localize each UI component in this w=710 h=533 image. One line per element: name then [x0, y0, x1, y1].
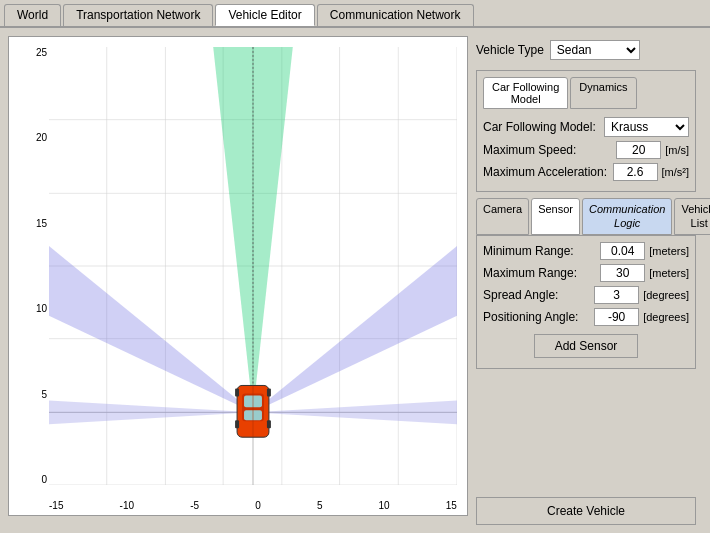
sub-tab-car-following[interactable]: Car FollowingModel: [483, 77, 568, 109]
sensor-tab-sensor[interactable]: Sensor: [531, 198, 580, 235]
svg-rect-29: [267, 420, 271, 428]
pos-angle-row: Positioning Angle: [degrees]: [483, 308, 689, 326]
spread-angle-input[interactable]: [594, 286, 639, 304]
max-speed-field-row: Maximum Speed: [m/s]: [483, 141, 689, 159]
max-accel-unit: [m/s²]: [662, 166, 690, 178]
max-accel-label: Maximum Acceleration:: [483, 165, 609, 179]
max-range-row: Maximum Range: [meters]: [483, 264, 689, 282]
min-range-label: Minimum Range:: [483, 244, 596, 258]
tab-bar: World Transportation Network Vehicle Edi…: [0, 0, 710, 28]
sensor-tab-vehicle-list[interactable]: VehicleList: [674, 198, 710, 235]
min-range-row: Minimum Range: [meters]: [483, 242, 689, 260]
sub-tab-dynamics[interactable]: Dynamics: [570, 77, 636, 109]
model-select[interactable]: Krauss IDM: [604, 117, 689, 137]
car-following-panel: Car FollowingModel Dynamics Car Followin…: [476, 70, 696, 192]
spread-angle-row: Spread Angle: [degrees]: [483, 286, 689, 304]
svg-rect-26: [235, 388, 239, 396]
right-panel: Vehicle Type Sedan SUV Truck Bus Car Fol…: [476, 36, 696, 525]
svg-rect-28: [235, 420, 239, 428]
pos-angle-unit: [degrees]: [643, 311, 689, 323]
y-axis-labels: 25 20 15 10 5 0: [11, 47, 47, 485]
vehicle-type-label: Vehicle Type: [476, 43, 544, 57]
plot-svg: [49, 47, 457, 485]
tab-world[interactable]: World: [4, 4, 61, 26]
svg-rect-27: [267, 388, 271, 396]
create-vehicle-button[interactable]: Create Vehicle: [476, 497, 696, 525]
sensor-panel: Minimum Range: [meters] Maximum Range: […: [476, 235, 696, 369]
spread-angle-label: Spread Angle:: [483, 288, 590, 302]
pos-angle-label: Positioning Angle:: [483, 310, 590, 324]
min-range-input[interactable]: [600, 242, 645, 260]
add-sensor-button[interactable]: Add Sensor: [534, 334, 639, 358]
plot-canvas: [49, 47, 457, 485]
max-speed-unit: [m/s]: [665, 144, 689, 156]
model-field-row: Car Following Model: Krauss IDM: [483, 117, 689, 137]
max-range-label: Maximum Range:: [483, 266, 596, 280]
sensor-tab-camera[interactable]: Camera: [476, 198, 529, 235]
max-speed-input[interactable]: [616, 141, 661, 159]
sensor-section: Camera Sensor CommunicationLogic Vehicle…: [476, 198, 696, 369]
vehicle-type-select[interactable]: Sedan SUV Truck Bus: [550, 40, 640, 60]
tab-transportation[interactable]: Transportation Network: [63, 4, 213, 26]
max-accel-field-row: Maximum Acceleration: [m/s²]: [483, 163, 689, 181]
plot-area: 25 20 15 10 5 0: [8, 36, 468, 516]
max-range-input[interactable]: [600, 264, 645, 282]
model-label: Car Following Model:: [483, 120, 600, 134]
sensor-tab-bar: Camera Sensor CommunicationLogic Vehicle…: [476, 198, 696, 235]
max-accel-input[interactable]: [613, 163, 658, 181]
x-axis-labels: -15 -10 -5 0 5 10 15: [49, 500, 457, 511]
max-speed-label: Maximum Speed:: [483, 143, 612, 157]
vehicle-type-row: Vehicle Type Sedan SUV Truck Bus: [476, 36, 696, 64]
pos-angle-input[interactable]: [594, 308, 639, 326]
tab-communication[interactable]: Communication Network: [317, 4, 474, 26]
tab-vehicle-editor[interactable]: Vehicle Editor: [215, 4, 314, 26]
max-range-unit: [meters]: [649, 267, 689, 279]
sub-tab-bar: Car FollowingModel Dynamics: [483, 77, 689, 109]
sensor-tab-communication[interactable]: CommunicationLogic: [582, 198, 672, 235]
main-content: 25 20 15 10 5 0: [0, 28, 710, 533]
min-range-unit: [meters]: [649, 245, 689, 257]
spread-angle-unit: [degrees]: [643, 289, 689, 301]
